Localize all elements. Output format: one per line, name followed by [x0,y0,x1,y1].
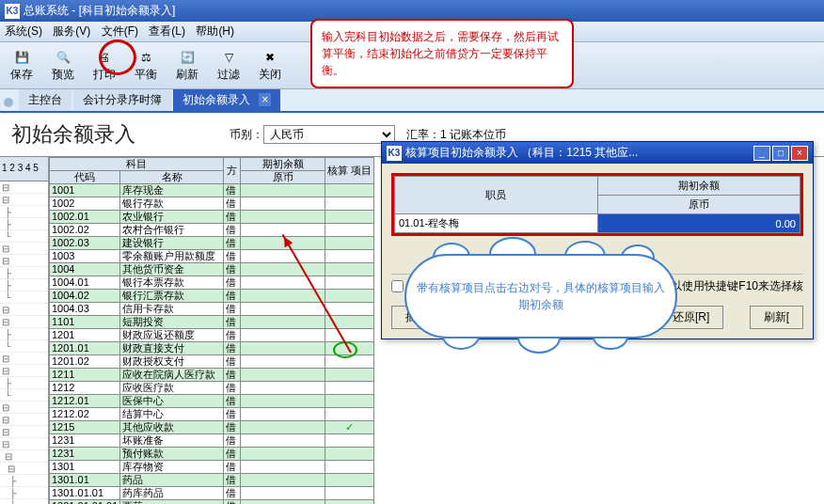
tab-journal[interactable]: 会计分录序时簿 [73,89,171,111]
table-row[interactable]: 1301.01药品借 [50,474,374,487]
cell-project[interactable] [325,487,374,500]
cell-project[interactable] [325,448,374,461]
cell-project[interactable] [325,263,374,276]
cell-orig[interactable] [241,448,325,461]
refresh-button[interactable]: 🔄刷新 [170,46,204,85]
table-row[interactable]: 1201财政应返还额度借 [50,329,374,342]
tree-toggle[interactable]: ├ [0,377,48,389]
table-row[interactable]: 1231预付账款借 [50,448,374,461]
menu-service[interactable]: 服务(V) [53,24,90,38]
cell-orig[interactable] [241,421,325,434]
table-row[interactable]: 1215其他应收款借✓ [50,421,374,434]
cell-project[interactable] [325,237,374,250]
table-row[interactable]: 1002.02农村合作银行借 [50,224,374,237]
table-row[interactable]: 1002.01农业银行借 [50,211,374,224]
tree-toggle[interactable]: ├ [0,267,48,279]
table-row[interactable]: 1201.02财政授权支付借 [50,355,374,369]
cell-project[interactable] [325,184,374,197]
tree-toggle[interactable]: ⊟ [0,181,48,194]
cell-project[interactable] [325,329,374,342]
table-row[interactable]: 1101短期投资借 [50,316,374,329]
tree-toggle[interactable]: ⊟ [0,414,48,426]
cell-orig[interactable] [241,316,325,329]
popup-grid[interactable]: 职员 期初余额 原币 01.01-程冬梅 0.00 [394,176,800,233]
cell-orig[interactable] [241,290,325,303]
cell-project[interactable] [325,461,374,474]
cell-orig[interactable] [241,408,325,421]
cell-orig[interactable] [241,303,325,316]
preview-button[interactable]: 🔍预览 [46,46,80,85]
tab-close-icon[interactable]: × [259,93,271,106]
tree-toggle[interactable]: ├ [0,328,48,340]
popup-refresh-button[interactable]: 刷新[ [750,306,803,329]
table-row[interactable]: 1212.01医保中心借 [50,395,374,408]
tree-toggle[interactable]: ⊟ [0,438,48,450]
popup-title-bar[interactable]: K3 核算项目初始余额录入 （科目：1215 其他应... _ □ × [382,142,813,164]
table-row[interactable]: 1212应收医疗款借 [50,382,374,395]
cell-orig[interactable] [241,461,325,474]
cell-project[interactable] [325,474,374,487]
cell-orig[interactable] [241,250,325,263]
close-button[interactable]: ✖关闭 [253,46,287,85]
popup-minimize-button[interactable]: _ [753,146,770,161]
tree-toggle[interactable]: ⊟ [0,243,48,255]
tree-toggle[interactable]: ⊟ [0,353,48,365]
tab-control-panel[interactable]: 主控台 [19,89,71,111]
tree-toggle[interactable]: ├ [0,279,48,291]
cell-orig[interactable] [241,197,325,211]
table-row[interactable]: 1004.02银行汇票存款借 [50,290,374,303]
cell-project[interactable] [325,500,374,505]
tree-toggle[interactable]: ├ [0,487,48,499]
cell-orig[interactable] [241,329,325,342]
cell-project[interactable] [325,395,374,408]
tree-toggle[interactable]: ⊟ [0,365,48,377]
cell-project[interactable] [325,197,374,211]
tree-toggle[interactable]: ⊟ [0,255,48,267]
table-row[interactable]: 1002.03建设银行借 [50,237,374,250]
table-row[interactable]: 1301库存物资借 [50,461,374,474]
popup-row-value[interactable]: 0.00 [597,214,800,233]
cell-project[interactable]: ✓ [325,421,374,434]
tree-toggle[interactable]: ⊟ [0,316,48,328]
tree-toggle[interactable]: ├ [0,206,48,218]
popup-close-button[interactable]: × [791,146,808,161]
cell-project[interactable] [325,250,374,263]
cell-orig[interactable] [241,487,325,500]
menu-view[interactable]: 查看(L) [149,24,185,38]
table-row[interactable]: 1211应收在院病人医疗款借 [50,369,374,382]
cell-project[interactable] [325,211,374,224]
cell-project[interactable] [325,224,374,237]
table-row[interactable]: 1004.01银行本票存款借 [50,276,374,290]
cell-orig[interactable] [241,474,325,487]
cell-orig[interactable] [241,184,325,197]
tree-toggle[interactable]: ├ [0,218,48,230]
cell-project[interactable] [325,434,374,448]
table-row[interactable]: 1301.01.01.01西药借 [50,500,374,505]
table-row[interactable]: 1004其他货币资金借 [50,263,374,276]
tree-toggle[interactable]: └ [0,291,48,304]
cell-orig[interactable] [241,434,325,448]
tree-toggle[interactable]: └ [0,230,48,243]
tree-toggle[interactable]: └ [0,389,48,402]
cell-orig[interactable] [241,263,325,276]
tab-initial-balance[interactable]: 初始余额录入 × [173,89,280,111]
cell-orig[interactable] [241,355,325,369]
tree-toggle[interactable]: ⊟ [0,426,48,438]
autosave-input[interactable] [391,280,404,292]
table-row[interactable]: 1002银行存款借 [50,197,374,211]
menu-system[interactable]: 系统(S) [5,24,42,38]
table-row[interactable]: 1201.01财政直接支付借 [50,342,374,355]
table-row[interactable]: 1001库存现金借 [50,184,374,197]
menu-file[interactable]: 文件(F) [102,24,138,38]
cell-orig[interactable] [241,500,325,505]
tree-toggle[interactable]: ⊟ [0,194,48,206]
cell-project[interactable] [325,290,374,303]
tree-toggle[interactable]: ⊟ [0,450,48,463]
cell-orig[interactable] [241,211,325,224]
table-row[interactable]: 1301.01.01药库药品借 [50,487,374,500]
table-row[interactable]: 1003零余额账户用款额度借 [50,250,374,263]
menu-help[interactable]: 帮助(H) [196,24,234,38]
cell-orig[interactable] [241,369,325,382]
save-button[interactable]: 💾保存 [5,46,39,85]
popup-maximize-button[interactable]: □ [772,146,789,161]
